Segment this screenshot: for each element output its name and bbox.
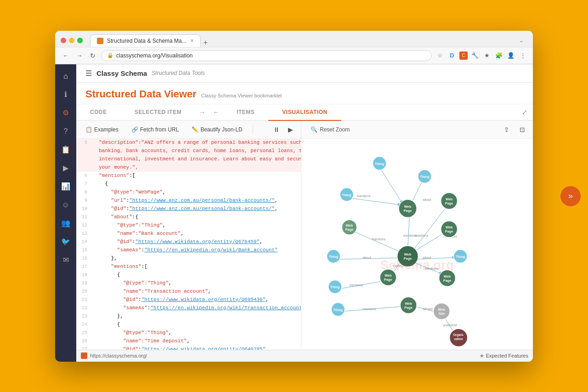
fetch-label: Fetch from URL [140, 126, 179, 133]
extension-classy-icon[interactable]: C [459, 51, 468, 60]
refresh-button[interactable]: ↻ [88, 51, 97, 60]
svg-line-8 [415, 257, 455, 259]
sidebar-item-video[interactable]: ▶ [57, 160, 74, 176]
code-editor[interactable]: 5 "description":"ANZ offers a range of p… [76, 139, 301, 350]
svg-text:mentions: mentions [424, 267, 438, 271]
svg-text:publisher: publisher [443, 323, 457, 327]
code-line-cont2: international, investment and insurance.… [76, 155, 301, 164]
examples-button[interactable]: 📋 Examples [81, 125, 123, 135]
page-title-link[interactable]: Classy Schema Viewer bookmarklet [201, 93, 282, 98]
svg-text:Web: Web [405, 301, 412, 305]
sidebar-item-emoji[interactable]: ☺ [57, 197, 74, 213]
page-title-bar: Structured Data Viewer Classy Schema Vie… [76, 83, 533, 104]
hamburger-menu-button[interactable]: ☰ [85, 69, 92, 78]
code-line-27: 27 "@id":"https://www.wikidata.org/entit… [76, 346, 301, 350]
svg-text:Web: Web [384, 273, 392, 277]
extension-icon-2[interactable]: 🔧 [470, 51, 480, 60]
forward-button[interactable]: → [74, 51, 85, 60]
content-area: 📋 Examples 🔗 Fetch from URL ✏️ Beautify … [76, 121, 533, 350]
code-line-13: 13 "name":"Bank account", [76, 230, 301, 238]
viz-download-icon[interactable]: ⊡ [516, 124, 528, 136]
code-line-10: 10 "@id":"https://www.anz.com.au/persona… [76, 205, 301, 213]
tab-items[interactable]: ITEMS [223, 104, 268, 121]
sidebar-item-users[interactable]: 👥 [57, 215, 74, 232]
tab-nav-arrow-left[interactable]: ← [209, 105, 223, 119]
code-panel: 📋 Examples 🔗 Fetch from URL ✏️ Beautify … [76, 121, 301, 350]
sidebar-item-mail[interactable]: ✉ [57, 252, 74, 268]
svg-text:mentions: mentions [362, 307, 376, 311]
browser-menu-icon[interactable]: ⋮ [518, 51, 527, 60]
code-line-19: 19 "@type":"Thing", [76, 279, 301, 288]
close-button[interactable] [61, 38, 66, 43]
svg-line-0 [379, 167, 402, 203]
lock-icon: 🔒 [107, 52, 113, 58]
play-button[interactable]: ▶ [284, 124, 296, 136]
svg-text:mentions: mentions [372, 237, 386, 241]
svg-text:Thing: Thing [456, 255, 465, 259]
tab-selected-item[interactable]: SELECTED ITEM [121, 104, 196, 121]
app-header: ☰ Classy Schema Structured Data Tools [76, 64, 533, 83]
tab-code[interactable]: CODE [76, 104, 121, 121]
svg-text:Web: Web [404, 204, 412, 208]
svg-text:Site: Site [439, 311, 445, 315]
viz-canvas[interactable]: Schema.org [301, 139, 533, 350]
viz-panel: 🔍 Reset Zoom ⇪ ⊡ Schema.org [301, 121, 533, 350]
tab-close-button[interactable]: ✕ [190, 38, 194, 43]
svg-text:Page: Page [445, 229, 453, 233]
extensions-puzzle-icon[interactable]: 🧩 [494, 51, 503, 60]
expected-features-button[interactable]: ★ Expected Features [480, 353, 528, 359]
browser-menu-dropdown[interactable]: ⌄ [519, 37, 527, 44]
profile-icon[interactable]: 👤 [506, 51, 515, 60]
extension-icon-3[interactable]: ★ [482, 51, 492, 60]
pause-button[interactable]: ⏸ [271, 124, 283, 136]
reset-zoom-button[interactable]: 🔍 Reset Zoom [306, 125, 354, 135]
examples-label: Examples [94, 126, 119, 133]
sidebar-item-home[interactable]: ⌂ [57, 68, 74, 85]
svg-text:Web: Web [446, 225, 453, 229]
sidebar-item-chart[interactable]: 📊 [57, 178, 74, 195]
traffic-lights [61, 38, 83, 43]
magnify-icon: 🔍 [311, 126, 317, 133]
tab-visualisation[interactable]: VISUALISATION [268, 104, 341, 121]
examples-icon: 📋 [85, 126, 92, 133]
svg-text:Page: Page [345, 227, 354, 231]
sidebar-item-info[interactable]: ℹ [57, 86, 74, 103]
beautify-label: Beautify Json-LD [200, 126, 242, 133]
tab-title: Structured Data & Schema Ma... [107, 38, 187, 44]
main-content: ☰ Classy Schema Structured Data Tools St… [76, 64, 533, 362]
svg-text:zation: zation [454, 337, 463, 341]
sidebar-item-document[interactable]: 📋 [57, 142, 74, 158]
page-title: Structured Data Viewer [85, 88, 197, 100]
new-tab-button[interactable]: + [201, 39, 210, 47]
svg-text:Thing: Thing [330, 285, 339, 289]
fetch-icon: 🔗 [131, 126, 138, 133]
viz-share-icon[interactable]: ⇪ [501, 124, 513, 136]
sidebar-item-twitter[interactable]: 🐦 [57, 233, 74, 250]
svg-line-1 [412, 180, 423, 203]
app-layout: ⌂ ℹ ⚙ ? 📋 ▶ 📊 ☺ 👥 🐦 ✉ ☰ Classy Schema St… [55, 64, 533, 362]
address-bar[interactable]: 🔒 classyschema.org/Visualisation [101, 50, 432, 61]
tab-nav-expand-icon[interactable]: ⤢ [516, 105, 533, 119]
svg-text:Organi-: Organi- [453, 333, 464, 337]
code-line-9: 9 "url":"https://www.anz.com.au/personal… [76, 197, 301, 205]
sidebar-item-help[interactable]: ? [57, 123, 74, 140]
sidebar-item-settings[interactable]: ⚙ [57, 105, 74, 121]
extension-d-icon[interactable]: D [447, 51, 457, 60]
code-line-cont3: your money.", [76, 164, 301, 172]
tab-nav-arrow-right[interactable]: → [195, 105, 209, 119]
browser-tab-active[interactable]: Structured Data & Schema Ma... ✕ [90, 34, 201, 47]
minimize-button[interactable] [69, 38, 74, 43]
tab-favicon [97, 38, 103, 44]
star-icon: ★ [480, 353, 484, 359]
svg-text:mentions: mentions [414, 233, 428, 238]
back-button[interactable]: ← [61, 51, 71, 60]
code-line-14: 14 "@id":"https://www.wikidata.org/entit… [76, 238, 301, 246]
svg-text:Page: Page [404, 209, 412, 213]
svg-text:Thing: Thing [342, 193, 351, 197]
bookmark-icon[interactable]: ☆ [435, 51, 445, 60]
fetch-from-url-button[interactable]: 🔗 Fetch from URL [127, 125, 184, 135]
code-line-21: 21 "@id":"https://www.wikidata.org/entit… [76, 296, 301, 304]
svg-text:Web: Web [346, 223, 353, 227]
maximize-button[interactable] [77, 38, 83, 43]
beautify-button[interactable]: ✏️ Beautify Json-LD [187, 125, 247, 135]
